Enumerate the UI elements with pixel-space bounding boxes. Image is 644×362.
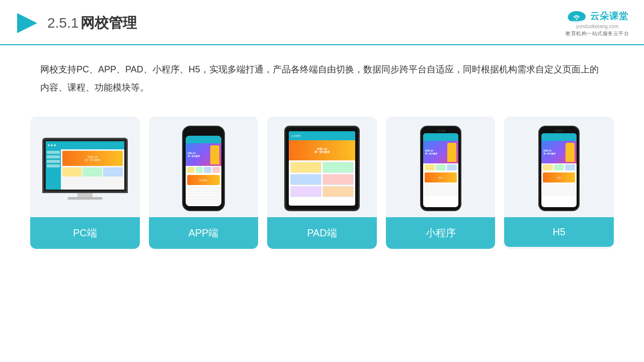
gpc-orange-text-mp: 推荐 (439, 176, 443, 179)
h5-camera (555, 130, 563, 132)
pc-sidebar-item (47, 155, 60, 158)
gpc-banner: 职通人的第一堂兴趣课 (186, 143, 221, 166)
pc-banner-text: 职通人的第一堂兴趣课 (85, 155, 100, 161)
card-pc-label: PC端 (30, 217, 140, 249)
tablet-grid-item (290, 174, 321, 185)
gpc-list-item (187, 193, 220, 198)
section-number: 2.5.1 (47, 15, 78, 31)
svg-point-6 (577, 13, 586, 21)
page-title: 2.5.1网校管理 (47, 14, 137, 33)
card-pc-image: 职通人的第一堂兴趣课 (30, 117, 140, 217)
gpc-cat (196, 167, 203, 173)
app-phone-screen: 职通人的第一堂兴趣课 推荐课程 (186, 136, 221, 206)
gpc-orange-card: 推荐课程 (187, 175, 220, 185)
gpc-banner-text: 职通人的第一堂兴趣课 (188, 152, 200, 157)
gpc-cat-mp (447, 164, 457, 170)
gpc-header-mp (423, 133, 458, 141)
page-header: 2.5.1网校管理 云朵课堂 yunduoketang.com 教育机构一站式服… (0, 0, 644, 45)
gpc-cat-h5 (554, 164, 564, 170)
app-phone-mockup: 职通人的第一堂兴趣课 推荐课程 (182, 126, 225, 211)
card-miniprogram: 职通人的第一堂兴趣课 推荐 (386, 117, 496, 249)
gpc-list-mp (423, 184, 458, 198)
gpc-list-item (187, 199, 220, 204)
pc-dot-3 (54, 144, 56, 146)
pc-sidebar (46, 149, 61, 190)
gpc-cat (212, 167, 220, 173)
cloud-icon (566, 9, 587, 23)
gpc-list-item-h5 (543, 191, 575, 196)
logo-area: 云朵课堂 yunduoketang.com 教育机构一站式服务云平台 (566, 9, 629, 37)
gpc-cat-mp (436, 164, 446, 170)
tablet-header-text: 云朵课堂 (291, 134, 301, 137)
card-h5-image: 职通人的第一堂兴趣课 推荐 (504, 117, 614, 217)
pc-mini-card (62, 167, 82, 176)
logo-tagline: 教育机构一站式服务云平台 (566, 30, 629, 37)
phone-notch (196, 131, 211, 134)
gpc-orange-text: 推荐课程 (199, 179, 207, 182)
header-left: 2.5.1网校管理 (15, 11, 137, 35)
gpc-cat (187, 167, 195, 173)
gpc-cat (204, 167, 211, 173)
card-h5-label: H5 (504, 217, 614, 247)
h5-screen: 职通人的第一堂兴趣课 推荐 (541, 133, 577, 207)
card-pad: 云朵课堂 职通人的第一堂兴趣课 PAD端 (267, 117, 377, 249)
card-h5: 职通人的第一堂兴趣课 推荐 (504, 117, 614, 249)
pc-base (67, 197, 103, 200)
logo-cloud: 云朵课堂 (566, 9, 628, 23)
card-miniprogram-image: 职通人的第一堂兴趣课 推荐 (386, 117, 496, 217)
gpc-categories-mp (423, 163, 458, 171)
gpc-cat-h5 (543, 164, 553, 170)
gpc-list-item-mp (425, 191, 457, 196)
pc-screen-header (46, 141, 124, 149)
pc-screen: 职通人的第一堂兴趣课 (42, 138, 128, 193)
gpc-banner-person-h5 (566, 143, 575, 162)
logo-main-text: 云朵课堂 (590, 10, 628, 22)
h5-content: 职通人的第一堂兴趣课 推荐 (541, 133, 577, 207)
card-miniprogram-label: 小程序 (386, 217, 496, 249)
gpc-categories (186, 166, 221, 174)
app-phone-content: 职通人的第一堂兴趣课 推荐课程 (186, 136, 221, 206)
pc-sidebar-item (47, 160, 60, 163)
tablet-grid (289, 160, 355, 199)
pc-sidebar-item (47, 151, 60, 154)
pc-cards-row (62, 167, 123, 176)
pc-mockup: 职通人的第一堂兴趣课 (42, 138, 128, 200)
tablet-banner-text: 职通人的第一堂兴趣课 (314, 147, 330, 153)
tablet-grid-item (290, 162, 321, 173)
gpc-banner-text-mp: 职通人的第一堂兴趣课 (425, 149, 437, 155)
tablet-screen: 云朵课堂 职通人的第一堂兴趣课 (289, 131, 355, 206)
tablet-grid-item (323, 174, 354, 185)
tablet-header: 云朵课堂 (289, 131, 355, 140)
miniprogram-screen: 职通人的第一堂兴趣课 推荐 (423, 133, 458, 207)
svg-point-5 (568, 13, 576, 21)
gpc-banner-person-mp (447, 143, 456, 162)
gpc-cat-h5 (565, 164, 575, 170)
gpc-header-h5 (541, 133, 577, 141)
gpc-banner-person (210, 145, 219, 164)
gpc-list-h5 (541, 184, 577, 198)
card-app-image: 职通人的第一堂兴趣课 推荐课程 (149, 117, 259, 217)
card-pad-label: PAD端 (267, 217, 377, 249)
tablet-mockup: 云朵课堂 职通人的第一堂兴趣课 (284, 126, 360, 211)
pc-screen-content: 职通人的第一堂兴趣课 (46, 141, 124, 190)
gpc-orange-card-mp: 推荐 (425, 172, 457, 183)
gpc-orange-text-h5: 推荐 (557, 176, 561, 179)
pc-screen-body: 职通人的第一堂兴趣课 (46, 149, 124, 190)
gpc-list-item-h5 (543, 185, 575, 190)
gpc-orange-card-h5: 推荐 (543, 172, 575, 183)
pc-mini-card (83, 167, 102, 176)
logo-url: yunduoketang.com (576, 24, 619, 29)
gpc-header (186, 136, 221, 143)
miniprogram-content: 职通人的第一堂兴趣课 推荐 (423, 133, 458, 207)
platform-cards: 职通人的第一堂兴趣课 (0, 107, 644, 249)
pc-dot-2 (51, 144, 53, 146)
svg-point-7 (576, 19, 578, 20)
pc-sidebar-item (47, 164, 60, 167)
gpc-banner-mp: 职通人的第一堂兴趣课 (423, 141, 458, 163)
pc-stand (77, 193, 93, 197)
card-app-label: APP端 (149, 217, 259, 249)
card-app: 职通人的第一堂兴趣课 推荐课程 (149, 117, 259, 249)
pc-mini-card (103, 167, 123, 176)
gpc-banner-text-h5: 职通人的第一堂兴趣课 (543, 149, 555, 155)
h5-mockup: 职通人的第一堂兴趣课 推荐 (538, 126, 580, 211)
